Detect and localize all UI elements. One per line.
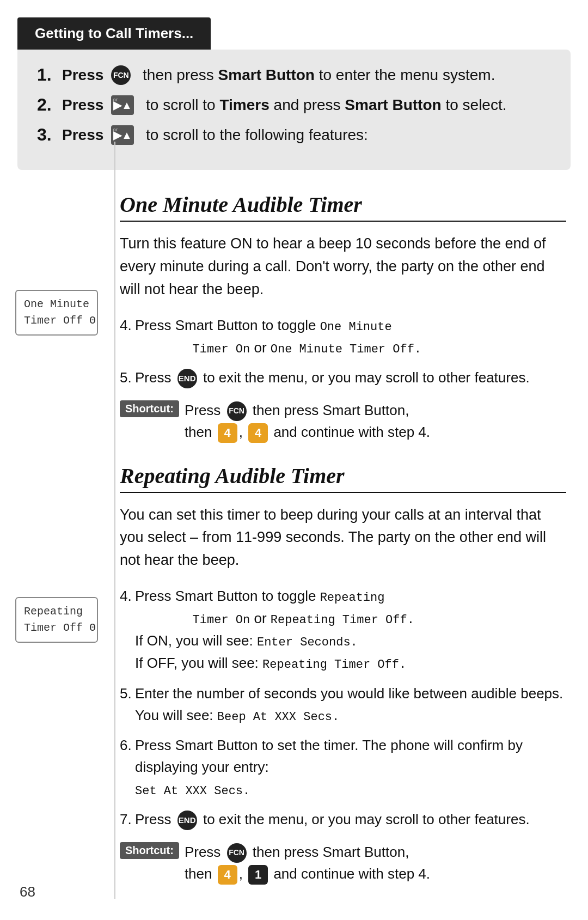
section1-display: One Minute Timer Off Θ [15, 290, 98, 336]
num1-btn-1: 1 [248, 865, 268, 885]
step-num-1: 1. [37, 65, 57, 85]
section2-title: Repeating Audible Timer [120, 463, 566, 493]
section1-title: One Minute Audible Timer [120, 192, 566, 222]
num4-btn-1: 4 [218, 423, 237, 443]
main-content: One Minute Timer Off Θ Repeating Timer O… [0, 192, 588, 904]
step1-text-mid: then press Smart Button to enter the men… [138, 66, 495, 84]
section1-mono2: One Minute Timer Off. [271, 343, 421, 356]
shortcut-text-2: Press FCN then press Smart Button, then … [185, 841, 430, 885]
section2-display: Repeating Timer Off Θ [15, 597, 98, 643]
fcn-icon-shortcut1: FCN [227, 401, 247, 421]
vertical-divider [114, 142, 115, 899]
end-button-icon-2: END [177, 811, 197, 830]
section2-mono6: Set At XXX Secs. [135, 784, 250, 798]
intro-box: 1. Press FCN then press Smart Button to … [17, 50, 571, 170]
section2-step6: 6. Press Smart Button to set the timer. … [120, 734, 566, 801]
shortcut-text-1: Press FCN then press Smart Button, then … [185, 399, 430, 443]
section2-mono5: Beep At XXX Secs. [217, 710, 339, 724]
end-button-icon: END [177, 369, 197, 388]
section2-step5: 5. Enter the number of seconds you would… [120, 683, 566, 727]
section1-step4: 4. Press Smart Button to toggle One Minu… [120, 314, 566, 359]
section1-step5: 5. Press END to exit the menu, or you ma… [120, 367, 566, 388]
header-title: Getting to Call Timers... [35, 25, 193, 41]
right-panel: One Minute Audible Timer Turn this featu… [98, 192, 588, 904]
fcn-button-icon: FCN [111, 65, 131, 85]
section2-mono2: Repeating Timer Off. [271, 613, 414, 627]
step6-num-s2: 6. [120, 734, 132, 756]
num4-btn-2: 4 [248, 423, 268, 443]
section1-desc: Turn this feature ON to hear a beep 10 s… [120, 233, 566, 301]
step2-text: to scroll to Timers and press Smart Butt… [142, 96, 506, 114]
shortcut-label-2: Shortcut: [120, 842, 179, 859]
section2-step7: 7. Press END to exit the menu, or you ma… [120, 808, 566, 830]
page-number: 68 [20, 884, 35, 900]
section2-desc: You can set this timer to beep during yo… [120, 504, 566, 572]
left-panel: One Minute Timer Off Θ Repeating Timer O… [0, 192, 98, 904]
section2-step4: 4. Press Smart Button to toggle Repeatin… [120, 585, 566, 674]
step4-num: 4. [120, 314, 132, 336]
intro-step-1: 1. Press FCN then press Smart Button to … [37, 65, 551, 85]
step-num-3: 3. [37, 125, 57, 145]
section1-shortcut: Shortcut: Press FCN then press Smart But… [120, 399, 566, 443]
step5-num: 5. [120, 367, 132, 388]
step3-text: to scroll to the following features: [142, 126, 368, 144]
header-bar: Getting to Call Timers... [17, 17, 211, 50]
step4-num-s2: 4. [120, 585, 132, 607]
intro-step-2: 2. Press or ▶▲ to scroll to Timers and p… [37, 95, 551, 115]
step5-num-s2: 5. [120, 683, 132, 704]
section2-steps: 4. Press Smart Button to toggle Repeatin… [120, 585, 566, 830]
scroll-up-down-icon: or ▶▲ [111, 95, 134, 115]
section2-shortcut: Shortcut: Press FCN then press Smart But… [120, 841, 566, 885]
step3-text-pre: Press [62, 126, 103, 144]
step2-text-pre: Press [62, 96, 103, 114]
shortcut-label-1: Shortcut: [120, 400, 179, 417]
section2: Repeating Audible Timer You can set this… [120, 463, 566, 885]
section2-mono4: Repeating Timer Off. [262, 658, 406, 672]
section1-steps: 4. Press Smart Button to toggle One Minu… [120, 314, 566, 388]
step7-num-s2: 7. [120, 808, 132, 830]
section1: One Minute Audible Timer Turn this featu… [120, 192, 566, 443]
step-num-2: 2. [37, 95, 57, 115]
fcn-icon-shortcut2: FCN [227, 843, 247, 863]
num4-btn-3: 4 [218, 865, 237, 885]
step1-text-pre: Press [62, 66, 103, 84]
section2-mono3: Enter Seconds. [257, 636, 358, 649]
